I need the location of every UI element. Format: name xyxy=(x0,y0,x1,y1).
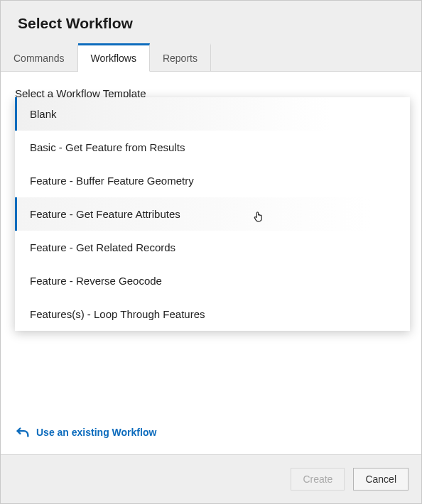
create-button[interactable]: Create xyxy=(291,468,345,491)
dropdown-item-feature-attributes[interactable]: Feature - Get Feature Attributes xyxy=(15,197,410,231)
dialog-header: Select Workflow xyxy=(1,1,421,43)
workflow-template-dropdown[interactable]: Blank Basic - Get Feature from Results F… xyxy=(15,97,410,331)
cancel-button[interactable]: Cancel xyxy=(353,468,409,491)
dialog-title: Select Workflow xyxy=(18,15,404,32)
dialog-footer: Create Cancel xyxy=(1,455,421,503)
dropdown-item-blank[interactable]: Blank xyxy=(15,97,410,131)
dropdown-item-label: Feature - Buffer Feature Geometry xyxy=(30,175,194,187)
dropdown-item-basic-get-feature[interactable]: Basic - Get Feature from Results xyxy=(15,131,410,164)
use-existing-workflow-label: Use an existing Workflow xyxy=(36,427,156,438)
select-workflow-dialog: Select Workflow Commands Workflows Repor… xyxy=(0,0,422,504)
dropdown-item-label: Features(s) - Loop Through Features xyxy=(30,308,205,320)
dropdown-item-feature-reverse-geocode[interactable]: Feature - Reverse Geocode xyxy=(15,264,410,297)
dropdown-item-feature-buffer[interactable]: Feature - Buffer Feature Geometry xyxy=(15,164,410,197)
dropdown-item-feature-related[interactable]: Feature - Get Related Records xyxy=(15,231,410,264)
pointer-cursor-icon xyxy=(254,210,264,223)
dropdown-item-label: Feature - Get Related Records xyxy=(30,241,175,253)
undo-arrow-icon xyxy=(15,424,31,440)
tab-workflows[interactable]: Workflows xyxy=(78,43,150,72)
content-area: Select a Workflow Template Blank Basic -… xyxy=(1,72,421,455)
dropdown-item-label: Basic - Get Feature from Results xyxy=(30,141,185,153)
dropdown-item-features-loop[interactable]: Features(s) - Loop Through Features xyxy=(15,297,410,331)
tab-row: Commands Workflows Reports xyxy=(1,43,421,72)
tab-reports[interactable]: Reports xyxy=(150,43,211,71)
dropdown-item-label: Feature - Get Feature Attributes xyxy=(30,208,180,220)
tab-commands[interactable]: Commands xyxy=(1,43,78,71)
dropdown-item-label: Blank xyxy=(30,108,57,120)
dropdown-item-label: Feature - Reverse Geocode xyxy=(30,275,162,287)
use-existing-workflow-link[interactable]: Use an existing Workflow xyxy=(15,420,407,447)
